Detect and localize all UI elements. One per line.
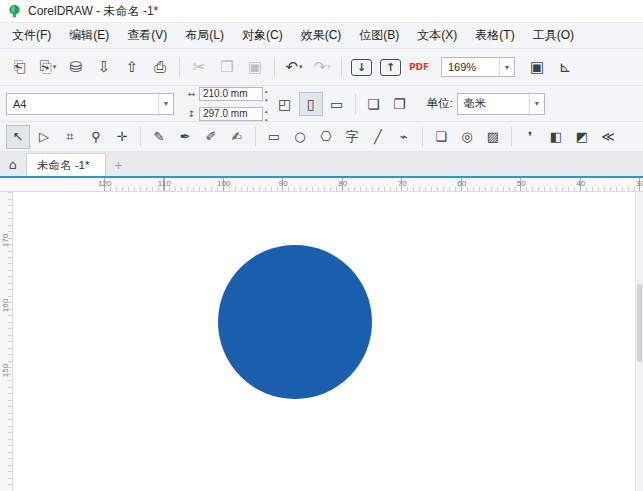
drop-shadow-tool[interactable]: ❏ (429, 125, 453, 149)
scrollbar-thumb[interactable] (637, 284, 642, 362)
crop-tool[interactable]: ⌗ (58, 125, 82, 149)
publish-pdf-button[interactable]: PDF (407, 55, 431, 79)
window-title: CorelDRAW - 未命名 -1* (28, 3, 158, 20)
page-option-buttons: ◰▯▭❏❐ (272, 92, 413, 116)
smart-drawing-tool[interactable]: ✍ (225, 125, 249, 149)
separator (255, 127, 256, 147)
page-width-icon: ↔ (186, 89, 197, 99)
new-tab-button[interactable]: + (106, 153, 130, 176)
landscape-button[interactable]: ▭ (325, 92, 349, 116)
drawing-canvas[interactable] (13, 192, 635, 491)
artistic-media-tool[interactable]: ✐ (199, 125, 223, 149)
toolbox-overflow-button[interactable]: ≪ (596, 125, 620, 149)
paste-button[interactable]: ▣ (243, 55, 267, 79)
welcome-home-button[interactable]: ⌂ (0, 153, 26, 176)
spin-down-icon[interactable] (265, 114, 268, 123)
coreldraw-logo-icon (7, 4, 22, 19)
toolbar-view-group: ▣⊾ (523, 55, 579, 79)
ruler-label: 120 (75, 178, 135, 191)
new-document-button[interactable]: ⎗ (8, 55, 32, 79)
pick-tool[interactable]: ↖ (6, 125, 30, 149)
menu-item[interactable]: 对象(C) (233, 23, 292, 48)
shape-tool[interactable]: ▷ (32, 125, 56, 149)
menu-item[interactable]: 工具(O) (524, 23, 583, 48)
pen-tool[interactable]: ✒ (173, 125, 197, 149)
horizontal-ruler[interactable]: 12011010090807060504030 (0, 178, 643, 192)
menu-item[interactable]: 位图(B) (350, 23, 408, 48)
menu-item[interactable]: 文本(X) (408, 23, 466, 48)
ruler-label: 150 (1, 355, 10, 386)
standard-toolbar: ⎗⎘⛁⇩⇧⎙✂❐▣↶↷↓↑PDF 169% ▣⊾ (0, 49, 643, 86)
coreldraw-window: CorelDRAW - 未命名 -1* 文件(F)编辑(E)查看(V)布局(L)… (0, 0, 643, 491)
ruler-label: 50 (492, 178, 552, 191)
zoom-tool[interactable]: ⚲ (84, 125, 108, 149)
page-width-field[interactable]: 210.0 mm (199, 87, 263, 101)
menu-item[interactable]: 编辑(E) (60, 23, 118, 48)
zoom-level-combobox[interactable]: 169% (441, 57, 515, 77)
units-combobox[interactable]: 毫米 (457, 93, 545, 115)
smart-fill-tool[interactable]: ◩ (570, 125, 594, 149)
copy-button[interactable]: ❐ (215, 55, 239, 79)
save-button[interactable]: ⛁ (64, 55, 88, 79)
print-button[interactable]: ⎙ (148, 55, 172, 79)
page-height-field[interactable]: 297.0 mm (199, 107, 263, 121)
spin-down-icon[interactable] (265, 94, 268, 103)
menu-item[interactable]: 表格(T) (466, 23, 523, 48)
menu-item[interactable]: 文件(F) (3, 23, 60, 48)
ruler-label: 70 (373, 178, 433, 191)
redo-button[interactable]: ↷ (310, 55, 334, 79)
vertical-ruler[interactable]: 170160150 (0, 192, 13, 491)
chevron-down-icon[interactable] (529, 94, 544, 114)
separator (422, 127, 423, 147)
export-button[interactable]: ↑ (380, 59, 401, 76)
undo-button[interactable]: ↶ (282, 55, 306, 79)
spin-up-icon[interactable] (265, 86, 268, 94)
open-button[interactable]: ⎘ (36, 55, 60, 79)
fullscreen-preview-button[interactable]: ▣ (525, 55, 549, 79)
pan-tool[interactable]: ✛ (110, 125, 134, 149)
page-size-combobox[interactable]: A4 (6, 93, 174, 115)
polygon-tool[interactable]: ⎔ (314, 125, 338, 149)
fit-page-button[interactable]: ◰ (273, 92, 297, 116)
contour-tool[interactable]: ◎ (455, 125, 479, 149)
separator (140, 127, 141, 147)
chevron-down-icon[interactable] (158, 94, 173, 114)
color-eyedropper-tool[interactable]: ❜ (518, 125, 542, 149)
vertical-scrollbar[interactable] (635, 192, 643, 491)
page-width-row: ↔ 210.0 mm (186, 86, 268, 103)
chevron-down-icon[interactable] (499, 58, 514, 76)
ellipse-tool[interactable]: ○ (288, 125, 312, 149)
transparency-tool[interactable]: ▨ (481, 125, 505, 149)
document-tab-label: 未命名 -1* (37, 158, 89, 173)
rectangle-tool[interactable]: ▭ (262, 125, 286, 149)
title-bar: CorelDRAW - 未命名 -1* (0, 0, 643, 23)
page-width-spinner[interactable] (265, 86, 268, 103)
cloud-save-button[interactable]: ⇧ (120, 55, 144, 79)
ruler-label: 30 (611, 178, 643, 191)
text-tool[interactable]: 字 (340, 125, 364, 149)
cut-button[interactable]: ✂ (187, 55, 211, 79)
chevron-down-icon (53, 63, 57, 71)
interactive-fill-tool[interactable]: ◧ (544, 125, 568, 149)
freehand-tool[interactable]: ✎ (147, 125, 171, 149)
page-height-spinner[interactable] (265, 105, 268, 123)
property-bar: A4 ↔ 210.0 mm ↕ 297.0 mm ◰▯▭❏❐ 单位: 毫米 (0, 86, 643, 122)
circle-shape[interactable] (218, 245, 372, 399)
document-tab-active[interactable]: 未命名 -1* (26, 153, 106, 176)
menu-item[interactable]: 效果(C) (292, 23, 351, 48)
current-page-button[interactable]: ❐ (388, 92, 412, 116)
all-pages-button[interactable]: ❏ (362, 92, 386, 116)
spin-up-icon[interactable] (265, 105, 268, 114)
cloud-open-button[interactable]: ⇩ (92, 55, 116, 79)
separator (341, 57, 342, 77)
ruler-label: 110 (135, 178, 195, 191)
connector-tool[interactable]: ⌁ (392, 125, 416, 149)
menu-item[interactable]: 查看(V) (118, 23, 176, 48)
portrait-button[interactable]: ▯ (299, 92, 323, 116)
menu-item[interactable]: 布局(L) (176, 23, 233, 48)
parallel-dimension-tool[interactable]: ╱ (366, 125, 390, 149)
import-button[interactable]: ↓ (351, 59, 372, 76)
menu-bar: 文件(F)编辑(E)查看(V)布局(L)对象(C)效果(C)位图(B)文本(X)… (0, 23, 643, 49)
ruler-label: 80 (313, 178, 373, 191)
show-rulers-button[interactable]: ⊾ (553, 55, 577, 79)
